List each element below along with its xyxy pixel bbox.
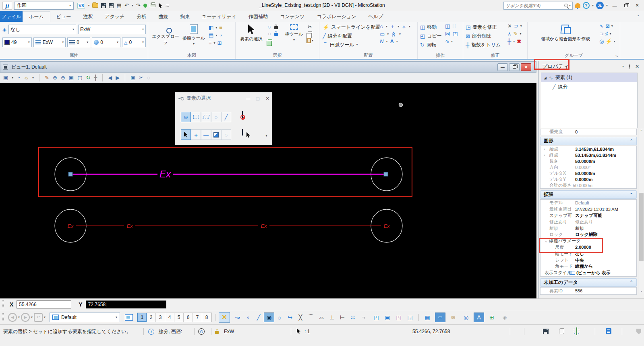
element-selection-dialog[interactable]: 要素の選択 — ▢ ✕ ⊕ ◌ ╱ ＋ — ◌ ▾ [175,92,272,145]
property-row[interactable]: スナップ可スナップ可能 [540,213,636,219]
element-selection-button[interactable]: 要素の選択 [237,23,265,42]
view-restore-button[interactable] [509,63,520,71]
view-minimize-button[interactable]: — [497,63,508,71]
select-all-button[interactable] [242,129,243,135]
clip-volume-icon[interactable]: ✂ [139,75,143,80]
dialog-expand-icon[interactable]: ▾ [265,133,267,138]
unlock-icon[interactable] [274,33,278,36]
redo-icon[interactable]: ↷ [136,3,141,8]
dialog-minimize-button[interactable]: — [244,95,252,102]
trim-multiple-button[interactable]: ╫複数をトリム [465,40,501,49]
chevron-down-icon[interactable]: ▾ [398,25,399,28]
line-endpoint-handle[interactable] [384,172,388,176]
close-button[interactable]: ✕ [633,2,642,9]
display-style-icon[interactable]: ◔ [17,75,20,80]
deselect-all-button[interactable] [242,112,243,117]
select-circle-icon[interactable]: ○ [268,31,271,36]
zoom-in-icon[interactable]: ⊕ [53,75,57,80]
view-attributes-icon[interactable]: ▣ [3,75,8,80]
tab-drawing-aids[interactable]: 作図補助 [242,11,274,22]
mirror-icon[interactable]: ⋈ [445,31,450,36]
explorer-button[interactable]: エクスプローラ [151,23,180,46]
forward-icon[interactable]: ▶ [21,313,30,322]
markup-icon[interactable]: ≡ [209,40,212,46]
place-smartline-button[interactable]: ⚡スマートラインを配置 [322,23,381,31]
view-toggle-8[interactable]: 8 [202,313,211,322]
ribbon-search-input[interactable] [505,3,563,8]
zoom-out-icon[interactable]: ⊖ [61,75,65,80]
view-toggle-4[interactable]: 4 [165,313,174,322]
y-coordinate-input[interactable]: 72.7658 [86,300,166,308]
snap-point-through-icon[interactable]: ¬ [358,313,369,322]
chevron-down-icon[interactable]: ▾ [88,4,89,7]
snap-tangent-icon[interactable]: ⌒ [306,313,316,322]
chevron-down-icon[interactable]: ▾ [606,4,608,7]
print-icon[interactable] [150,4,155,7]
sheet-icon[interactable]: ▤ [209,33,213,38]
mode-clear-button[interactable]: ◌ [221,129,231,140]
microstation-logo-icon[interactable]: μ [2,2,12,10]
ribbon-search[interactable]: ▾ [503,2,573,10]
circle-tools-icon[interactable]: ○ [380,23,383,29]
hatch-icon[interactable]: ♯ [605,31,608,36]
update-view-icon[interactable]: ✎ [45,75,49,80]
user-avatar[interactable]: JL [596,2,604,9]
panel-menu-icon[interactable]: ▾ [622,65,624,68]
snap-center-icon[interactable]: ☼ [274,313,285,322]
adjust-brightness-icon[interactable]: ☼ [24,75,29,80]
locks-icon[interactable] [215,331,219,334]
place-line-button[interactable]: ╱線分を配置 [322,31,381,40]
property-row[interactable]: 優先度 0 [540,129,636,135]
chevron-down-icon[interactable]: ▾ [32,76,34,79]
fit-view-icon[interactable]: ▢ [77,75,82,80]
chevron-down-icon[interactable]: ▾ [44,316,46,319]
grid-lock-icon[interactable]: ▦ [422,313,433,322]
save-settings-icon[interactable] [109,3,114,8]
group-hole-icon[interactable]: ⊃ [599,31,604,36]
snap-mode-icon[interactable] [198,328,205,335]
mode-invert-button[interactable] [211,129,221,140]
active-template-icon[interactable]: ◈ [2,27,6,32]
drop-element-icon[interactable]: ∿ [599,23,604,29]
chevron-down-icon[interactable]: ▾ [312,39,313,42]
select-elements-icon[interactable]: ◱ [405,313,415,322]
property-row[interactable]: 長さ50.0000m [540,158,636,164]
chevron-down-icon[interactable]: ▾ [399,33,401,36]
rotate-button[interactable]: ↻回転 [419,40,443,49]
tree-root-row[interactable]: ◢ ∿ 要素 (1) [541,73,637,82]
chevron-down-icon[interactable]: ▾ [611,25,613,28]
view-toggle-1[interactable]: 1 [137,313,147,322]
view-toggle-7[interactable]: 7 [193,313,202,322]
ring-icon[interactable]: ◎ [599,39,604,44]
levels-icon[interactable]: ≡ [219,25,222,30]
select-by-circle-icon[interactable]: ◌ [268,24,271,29]
section-header-raw-data[interactable]: 未加工のデータ ⌃ [540,278,637,287]
chevron-down-icon[interactable]: ▾ [614,40,615,43]
view-next-icon[interactable]: ▶ [116,75,120,80]
save-icon[interactable] [101,3,106,8]
chevron-down-icon[interactable]: ▾ [451,40,453,43]
chevron-down-icon[interactable]: ▾ [569,4,571,7]
change-curve-icon[interactable]: ⊃ [514,23,518,29]
expand-down-icon[interactable]: ⌄ [545,239,548,243]
import-grid-icon[interactable]: ⊞ [487,313,497,322]
info-icon[interactable]: i [148,329,154,335]
tab-curves[interactable]: 曲線 [152,11,174,22]
bspline-tools-icon[interactable]: N [380,39,383,44]
method-individual-button[interactable]: ⊕ [181,112,191,122]
linestyle-params-row[interactable]: ⌄線種パラメータ [540,238,636,244]
select-all-icon[interactable] [268,39,272,44]
pin-icon[interactable] [628,65,631,69]
section-header-geometry[interactable]: 図形 ⌃ [540,137,637,145]
priority-combo[interactable]: △0▾ [122,38,146,47]
line-endpoint-handle[interactable] [68,172,72,176]
copy-view-icon[interactable]: ▣ [130,75,135,80]
rotate-view-icon[interactable]: ↻ [86,75,90,80]
pattern-icon[interactable]: ⚡ [605,39,612,44]
move-parallel-icon[interactable]: ◫ [445,23,450,29]
x-coordinate-input[interactable]: 55.4266 [17,300,71,308]
drawing-history-icon[interactable] [559,328,564,334]
chevron-down-icon[interactable]: ▾ [215,34,217,37]
linestyle-combo[interactable]: ExW▾ [33,38,66,47]
ribbon-collapse-icon[interactable]: ⌃ [637,11,640,22]
